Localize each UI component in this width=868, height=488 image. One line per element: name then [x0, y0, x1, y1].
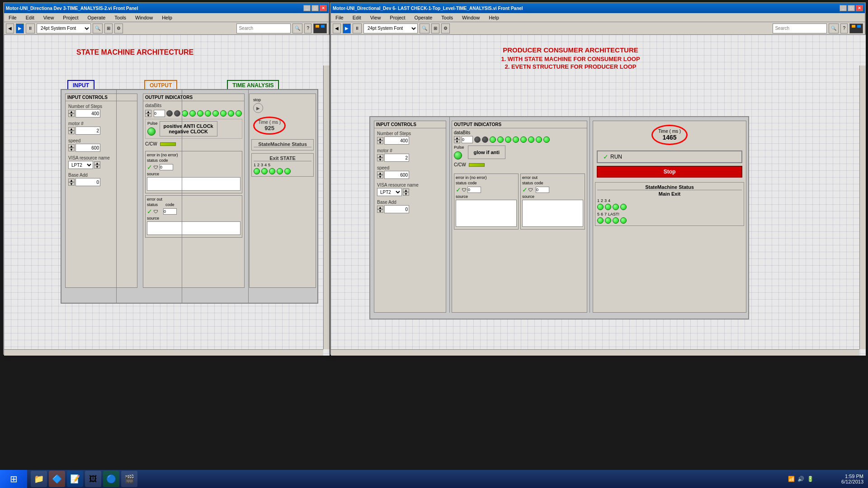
- w2-menu-window[interactable]: Window: [459, 14, 482, 21]
- w2-toolbar-grid-btn[interactable]: ⊞: [431, 23, 439, 33]
- error-in-box: error in (no error) status code ✓ 🛡 sour…: [145, 151, 242, 193]
- w2-vscrollbar[interactable]: [859, 66, 866, 349]
- menu-file[interactable]: File: [6, 14, 19, 21]
- w2-baseadd-input[interactable]: [384, 205, 409, 213]
- maximize-btn[interactable]: □: [311, 5, 319, 11]
- taskbar-icon-folder[interactable]: 📁: [31, 471, 47, 487]
- menu-window[interactable]: Window: [132, 14, 156, 21]
- speed-input[interactable]: [75, 144, 100, 152]
- w2-minimize-btn[interactable]: _: [840, 5, 847, 11]
- w2-baseadd-down[interactable]: ▼: [377, 209, 383, 213]
- w2-menu-project[interactable]: Project: [387, 14, 408, 21]
- menu-view[interactable]: View: [41, 14, 57, 21]
- speed-down[interactable]: ▼: [68, 148, 75, 151]
- w2-sm-leds-row1: [597, 204, 742, 210]
- w2-motor-input[interactable]: [384, 154, 409, 162]
- motor-spinner[interactable]: ▲ ▼: [68, 127, 75, 134]
- toolbar-extra-btn[interactable]: ⚙: [114, 23, 123, 33]
- w2-toolbar-font-select[interactable]: 24pt System Font: [363, 23, 418, 33]
- speed-spinner[interactable]: ▲ ▼: [68, 144, 75, 151]
- visa-down[interactable]: ▼: [94, 165, 100, 169]
- w2-menu-edit[interactable]: Edit: [350, 14, 364, 21]
- w2-steps-input[interactable]: [384, 136, 409, 145]
- menu-operate[interactable]: Operate: [85, 14, 108, 21]
- w2-menu-view[interactable]: View: [368, 14, 384, 21]
- w2-databits-down[interactable]: ▼: [454, 140, 460, 143]
- hscrollbar-1[interactable]: [4, 349, 323, 356]
- databits-down[interactable]: ▼: [145, 113, 151, 117]
- steps-down[interactable]: ▼: [68, 113, 75, 117]
- w2-menu-operate[interactable]: Operate: [412, 14, 435, 21]
- w2-menu-tools[interactable]: Tools: [439, 14, 456, 21]
- toolbar-grid-btn[interactable]: ⊞: [104, 23, 113, 33]
- w2-toolbar-arrow-btn[interactable]: ◀: [333, 23, 341, 33]
- w2-ei-code-val[interactable]: [467, 187, 481, 193]
- w2-ei-source[interactable]: [456, 200, 517, 227]
- w2-visa-down[interactable]: ▼: [403, 192, 409, 196]
- motor-input[interactable]: [75, 127, 100, 135]
- stop-button[interactable]: Stop: [597, 166, 742, 178]
- taskbar-icon-app2[interactable]: 📝: [67, 471, 83, 487]
- error-in-code[interactable]: [160, 164, 173, 170]
- taskbar-icon-app3[interactable]: 🖼: [85, 471, 101, 487]
- toolbar-arrow-btn[interactable]: ◀: [6, 23, 14, 33]
- error-out-source[interactable]: [147, 221, 241, 235]
- w2-close-btn[interactable]: ✕: [856, 5, 863, 11]
- w2-speed-spinner[interactable]: ▲ ▼: [377, 171, 383, 178]
- search-input-1[interactable]: [236, 23, 291, 33]
- toolbar-run-btn[interactable]: ▶: [16, 23, 24, 33]
- menu-help[interactable]: Help: [159, 14, 175, 21]
- steps-input[interactable]: [75, 109, 100, 117]
- run-button[interactable]: ✓ RUN: [597, 150, 742, 163]
- w2-toolbar-zoom-btn[interactable]: 🔍: [420, 23, 429, 33]
- w2-steps-spinner[interactable]: ▲ ▼: [377, 137, 383, 144]
- w2-menu-help[interactable]: Help: [486, 14, 502, 21]
- close-btn[interactable]: ✕: [320, 5, 327, 11]
- menu-project[interactable]: Project: [60, 14, 81, 21]
- window2-controls[interactable]: _ □ ✕: [840, 5, 863, 11]
- toolbar-zoom-btn[interactable]: 🔍: [93, 23, 103, 33]
- w2-databits-value[interactable]: [462, 136, 473, 143]
- window2-titlebar: Motor-UNI_Directional_Dev 6- LAST CHECK-…: [331, 3, 865, 13]
- w2-toolbar-pause-btn[interactable]: ⏸: [353, 23, 362, 33]
- start-button[interactable]: ⊞: [0, 470, 27, 488]
- help-btn-1[interactable]: ?: [304, 23, 311, 33]
- w2-search-input[interactable]: [773, 23, 827, 33]
- minimize-btn[interactable]: _: [303, 5, 311, 11]
- motor-down[interactable]: ▼: [68, 131, 75, 134]
- window1-controls[interactable]: _ □ ✕: [303, 5, 327, 11]
- w2-eo-source[interactable]: [522, 200, 583, 227]
- w2-steps-down[interactable]: ▼: [377, 141, 383, 144]
- taskbar-icon-app5[interactable]: 🎬: [121, 471, 137, 487]
- toolbar-pause-btn[interactable]: ⏸: [26, 23, 35, 33]
- w2-help-btn[interactable]: ?: [840, 23, 848, 33]
- menu-edit[interactable]: Edit: [23, 14, 37, 21]
- baseadd-down[interactable]: ▼: [68, 182, 75, 186]
- w2-maximize-btn[interactable]: □: [848, 5, 855, 11]
- toolbar-font-select[interactable]: 24pt System Font: [37, 23, 91, 33]
- w2-motor-down[interactable]: ▼: [377, 158, 383, 161]
- w2-search-btn[interactable]: 🔍: [829, 23, 839, 33]
- databits-value[interactable]: [154, 110, 165, 117]
- baseadd-input[interactable]: [75, 178, 100, 186]
- taskbar-icon-app1[interactable]: 🔷: [49, 471, 65, 487]
- w2-baseadd-spinner[interactable]: ▲ ▼: [377, 206, 383, 213]
- w2-speed-input[interactable]: [384, 171, 409, 179]
- w2-menu-file[interactable]: File: [333, 14, 346, 21]
- baseadd-spinner[interactable]: ▲ ▼: [68, 178, 75, 186]
- error-out-code[interactable]: [163, 208, 177, 215]
- taskbar-icon-app4[interactable]: 🔵: [103, 471, 119, 487]
- w2-motor-spinner[interactable]: ▲ ▼: [377, 154, 383, 161]
- w2-eo-code-val[interactable]: [536, 187, 549, 193]
- error-in-source[interactable]: [147, 177, 241, 191]
- vscrollbar-1[interactable]: [323, 66, 330, 349]
- w2-toolbar-extra-btn[interactable]: ⚙: [441, 23, 450, 33]
- w2-visa-select[interactable]: LPT2: [377, 188, 402, 196]
- menu-tools[interactable]: Tools: [112, 14, 129, 21]
- steps-spinner[interactable]: ▲ ▼: [68, 110, 75, 117]
- visa-select[interactable]: LPT2: [68, 161, 93, 169]
- w2-toolbar-run-btn[interactable]: ▶: [343, 23, 351, 33]
- search-btn-1[interactable]: 🔍: [292, 23, 302, 33]
- w2-speed-down[interactable]: ▼: [377, 175, 383, 178]
- w2-hscrollbar[interactable]: [331, 349, 859, 356]
